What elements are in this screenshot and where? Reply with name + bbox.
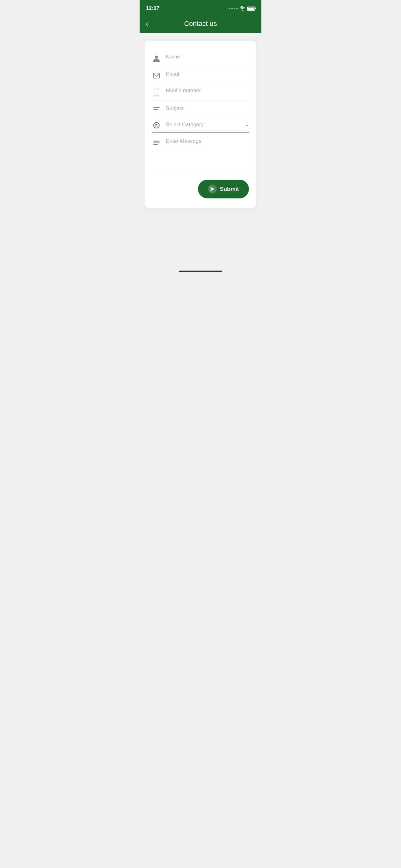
page-header: ‹ Contact us (140, 16, 261, 33)
svg-point-2 (156, 95, 157, 95)
subject-field-row (152, 101, 249, 116)
category-field-row: @ Select Category ⌄ (152, 116, 249, 132)
svg-marker-5 (210, 187, 214, 191)
status-icons (229, 6, 255, 11)
signal-icon (229, 8, 238, 9)
person-icon (152, 55, 161, 62)
back-button[interactable]: ‹ (146, 20, 148, 28)
wifi-icon (239, 6, 245, 11)
mobile-field-row (152, 83, 249, 101)
contact-form-card: @ Select Category ⌄ (144, 41, 257, 208)
home-indicator (140, 266, 261, 275)
chevron-down-icon: ⌄ (245, 122, 249, 127)
svg-rect-1 (153, 73, 160, 78)
status-bar: 12:07 (140, 0, 261, 16)
subject-icon (152, 106, 161, 110)
battery-icon (247, 6, 255, 11)
email-icon (152, 73, 161, 79)
send-icon (208, 185, 217, 193)
name-input[interactable] (166, 54, 249, 60)
phone-icon (152, 89, 161, 96)
subject-input[interactable] (166, 105, 249, 112)
message-icon (152, 140, 161, 145)
status-time: 12:07 (146, 5, 159, 11)
mobile-input[interactable] (166, 88, 249, 94)
category-select[interactable]: Select Category ⌄ (166, 122, 249, 128)
name-field-row (152, 50, 249, 67)
page-content: @ Select Category ⌄ (140, 33, 261, 266)
svg-point-0 (155, 56, 158, 59)
category-icon: @ (152, 122, 161, 129)
submit-button[interactable]: Submit (198, 180, 249, 198)
message-field-row (152, 134, 249, 169)
page-title: Contact us (184, 20, 217, 28)
message-divider (152, 172, 249, 172)
message-input[interactable] (166, 138, 249, 169)
submit-row: Submit (152, 180, 249, 198)
email-input[interactable] (166, 71, 249, 78)
submit-label: Submit (220, 186, 239, 192)
email-field-row (152, 67, 249, 83)
svg-text:@: @ (155, 123, 158, 127)
category-placeholder: Select Category (166, 122, 204, 128)
home-bar (179, 271, 222, 272)
